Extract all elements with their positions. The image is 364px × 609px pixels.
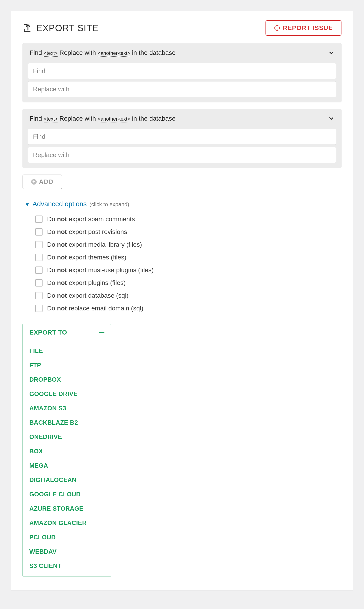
export-to-dropdown: EXPORT TO FILEFTPDROPBOXGOOGLE DRIVEAMAZ…	[23, 324, 111, 576]
triangle-down-icon: ▼	[25, 202, 30, 208]
export-destination-item[interactable]: PCLOUD	[23, 530, 111, 545]
add-button[interactable]: + ADD	[23, 174, 62, 189]
export-destination-item[interactable]: AMAZON GLACIER	[23, 516, 111, 530]
advanced-option-label: Do not export media library (files)	[47, 241, 142, 248]
chevron-down-icon	[328, 115, 334, 122]
svg-point-2	[277, 29, 277, 29]
advanced-option-checkbox-4[interactable]	[35, 266, 42, 274]
export-destination-item[interactable]: GOOGLE DRIVE	[23, 387, 111, 401]
advanced-option-checkbox-2[interactable]	[35, 241, 42, 248]
export-to-toggle[interactable]: EXPORT TO	[23, 324, 111, 341]
export-destination-item[interactable]: MEGA	[23, 459, 111, 473]
advanced-options-list: Do not export spam commentsDo not export…	[23, 213, 341, 315]
find-replace-toggle-2[interactable]: Find <text> Replace with <another-text> …	[28, 114, 336, 127]
advanced-option-6[interactable]: Do not export database (sql)	[35, 289, 341, 302]
minus-icon	[99, 332, 104, 333]
advanced-option-2[interactable]: Do not export media library (files)	[35, 238, 341, 251]
advanced-option-3[interactable]: Do not export themes (files)	[35, 251, 341, 264]
advanced-options-toggle[interactable]: ▼ Advanced options (click to expand)	[23, 200, 341, 208]
export-site-panel: EXPORT SITE REPORT ISSUE Find <text> Rep…	[11, 11, 353, 590]
export-destination-item[interactable]: FILE	[23, 344, 111, 358]
advanced-option-label: Do not export database (sql)	[47, 292, 129, 299]
advanced-option-label: Do not replace email domain (sql)	[47, 305, 143, 312]
advanced-option-7[interactable]: Do not replace email domain (sql)	[35, 302, 341, 315]
advanced-option-4[interactable]: Do not export must-use plugins (files)	[35, 264, 341, 277]
export-destination-item[interactable]: AMAZON S3	[23, 401, 111, 416]
export-destination-item[interactable]: AZURE STORAGE	[23, 502, 111, 516]
export-destination-item[interactable]: BOX	[23, 444, 111, 459]
panel-header: EXPORT SITE REPORT ISSUE	[23, 20, 341, 36]
find-input-2[interactable]	[28, 129, 336, 145]
advanced-option-label: Do not export plugins (files)	[47, 279, 126, 287]
find-replace-group-1: Find <text> Replace with <another-text> …	[23, 43, 341, 102]
plus-icon: +	[31, 179, 37, 185]
export-destination-item[interactable]: BACKBLAZE B2	[23, 416, 111, 430]
advanced-option-checkbox-5[interactable]	[35, 279, 42, 287]
advanced-option-label: Do not export themes (files)	[47, 254, 127, 261]
page-title: EXPORT SITE	[23, 23, 99, 33]
export-icon	[23, 23, 33, 33]
advanced-option-0[interactable]: Do not export spam comments	[35, 213, 341, 225]
advanced-option-checkbox-3[interactable]	[35, 254, 42, 261]
advanced-option-1[interactable]: Do not export post revisions	[35, 225, 341, 238]
export-destination-item[interactable]: DIGITALOCEAN	[23, 473, 111, 487]
advanced-option-label: Do not export must-use plugins (files)	[47, 266, 154, 274]
advanced-option-label: Do not export post revisions	[47, 228, 127, 236]
export-destination-list: FILEFTPDROPBOXGOOGLE DRIVEAMAZON S3BACKB…	[23, 341, 111, 576]
page-title-text: EXPORT SITE	[36, 23, 99, 33]
report-issue-button[interactable]: REPORT ISSUE	[265, 20, 341, 36]
export-destination-item[interactable]: FTP	[23, 358, 111, 372]
advanced-option-checkbox-1[interactable]	[35, 228, 42, 236]
advanced-option-5[interactable]: Do not export plugins (files)	[35, 277, 341, 289]
replace-input-2[interactable]	[28, 147, 336, 163]
advanced-option-label: Do not export spam comments	[47, 215, 135, 223]
advanced-option-checkbox-7[interactable]	[35, 305, 42, 312]
replace-input-1[interactable]	[28, 81, 336, 97]
export-destination-item[interactable]: GOOGLE CLOUD	[23, 487, 111, 502]
find-replace-toggle-1[interactable]: Find <text> Replace with <another-text> …	[28, 48, 336, 61]
export-destination-item[interactable]: WEBDAV	[23, 545, 111, 559]
alert-icon	[274, 25, 280, 31]
advanced-option-checkbox-0[interactable]	[35, 215, 42, 223]
find-replace-group-2: Find <text> Replace with <another-text> …	[23, 109, 341, 168]
export-destination-item[interactable]: ONEDRIVE	[23, 430, 111, 444]
export-destination-item[interactable]: DROPBOX	[23, 372, 111, 387]
find-input-1[interactable]	[28, 63, 336, 79]
export-destination-item[interactable]: S3 CLIENT	[23, 559, 111, 573]
advanced-option-checkbox-6[interactable]	[35, 292, 42, 299]
chevron-down-icon	[328, 50, 334, 56]
